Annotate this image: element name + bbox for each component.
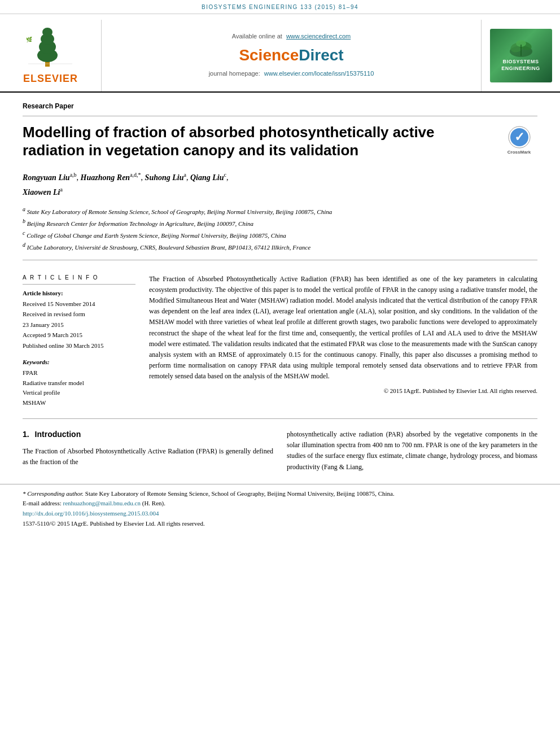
history-accepted: Accepted 9 March 2015	[23, 331, 135, 339]
sciencedirect-url-link[interactable]: www.sciencedirect.com	[286, 33, 351, 40]
biosystems-engineering-badge: Biosystems Engineering	[490, 29, 552, 82]
author-sup-1: a,b	[70, 172, 77, 178]
author-suhong-liu: Suhong Liu	[145, 173, 184, 182]
keyword-fpar: FPAR	[23, 369, 135, 377]
abstract-column: The Fraction of Absorbed Photosynthetica…	[149, 274, 537, 408]
footer-corresponding: * Corresponding author. State Key Labora…	[23, 489, 537, 499]
author-rongyuan-liu: Rongyuan Liu	[23, 173, 70, 182]
footer-email: E-mail address: renhuazhong@mail.bnu.edu…	[23, 499, 537, 509]
journal-url-link[interactable]: www.elsevier.com/locate/issn/15375110	[264, 70, 374, 77]
history-received: Received 15 November 2014	[23, 300, 135, 308]
introduction-section: 1. Introduction The Fraction of Absorbed…	[23, 429, 537, 473]
intro-section-heading: 1. Introduction	[23, 429, 273, 440]
intro-para1: The Fraction of Absorbed Photosynthetica…	[23, 446, 273, 468]
history-revised-date: 23 January 2015	[23, 321, 135, 329]
article-info-column: A R T I C L E I N F O Article history: R…	[23, 274, 135, 408]
journal-header: 🌿 ELSEVIER Available online at www.scien…	[0, 14, 560, 93]
author-sup-4: c	[224, 172, 226, 178]
article-info-header: A R T I C L E I N F O	[23, 274, 135, 285]
author-sup-3: a	[183, 172, 186, 178]
elsevier-brand-text: ELSEVIER	[23, 72, 78, 86]
affiliation-c: c College of Global Change and Earth Sys…	[23, 229, 537, 241]
header-center: Available online at www.sciencedirect.co…	[102, 20, 481, 91]
history-revised-label: Received in revised form	[23, 310, 135, 318]
affiliation-a: a State Key Laboratory of Remote Sensing…	[23, 205, 537, 217]
footer-notes: * Corresponding author. State Key Labora…	[0, 484, 560, 534]
abstract-text: The Fraction of Absorbed Photosynthetica…	[149, 274, 537, 382]
article-content: Research Paper Modelling of fraction of …	[0, 93, 560, 473]
intro-left-col: 1. Introduction The Fraction of Absorbed…	[23, 429, 273, 473]
crossmark-icon: ✓	[508, 126, 531, 148]
article-info-abstract-section: A R T I C L E I N F O Article history: R…	[23, 268, 537, 408]
crossmark-badge: ✓ CrossMark	[501, 126, 537, 155]
keywords-label: Keywords:	[23, 358, 135, 366]
keyword-radiative: Radiative transfer model	[23, 379, 135, 387]
affiliations-section: a State Key Laboratory of Remote Sensing…	[23, 205, 537, 260]
author-sup-2: a,d,*	[130, 172, 141, 178]
affiliation-b: b Beijing Research Center for Informatio…	[23, 217, 537, 229]
author-xiaowen-li: Xiaowen Li	[23, 187, 60, 196]
author-huazhong-ren: Huazhong Ren	[81, 173, 130, 182]
elsevier-tree-icon: 🌿	[23, 24, 79, 69]
crossmark-label: CrossMark	[508, 150, 531, 155]
intro-para2: photosynthetically active radiation (PAR…	[287, 429, 537, 473]
article-title: Modelling of fraction of absorbed photos…	[23, 123, 537, 160]
footer-email-link[interactable]: renhuazhong@mail.bnu.edu.cn	[63, 500, 141, 506]
keyword-vertical: Vertical profile	[23, 388, 135, 397]
article-history-label: Article history:	[23, 289, 135, 298]
elsevier-logo-area: 🌿 ELSEVIER	[0, 20, 102, 91]
header-right-badge-area: Biosystems Engineering	[481, 20, 560, 91]
author-qiang-liu: Qiang Liu	[190, 173, 224, 182]
abstract-copyright: © 2015 IAgrE. Published by Elsevier Ltd.…	[149, 387, 537, 395]
biosystems-badge-icon	[507, 39, 535, 59]
footer-issn: 1537-5110/© 2015 IAgrE. Published by Els…	[23, 519, 537, 529]
keyword-mshaw: MSHAW	[23, 399, 135, 407]
history-published: Published online 30 March 2015	[23, 342, 135, 350]
footer-doi-link[interactable]: http://dx.doi.org/10.1016/j.biosystemsen…	[23, 510, 159, 517]
keywords-section: Keywords: FPAR Radiative transfer model …	[23, 358, 135, 407]
svg-text:🌿: 🌿	[26, 36, 33, 43]
journal-homepage: journal homepage: www.elsevier.com/locat…	[209, 69, 374, 78]
sd-title-part1: Science	[239, 46, 299, 64]
article-type-label: Research Paper	[23, 93, 537, 116]
biosystems-badge-title: Biosystems Engineering	[501, 59, 540, 72]
authors-line: Rongyuan Liua,b, Huazhong Rena,d,*, Suho…	[23, 170, 537, 199]
section-divider	[23, 418, 537, 419]
journal-reference-text: BIOSYSTEMS ENGINEERING 133 (2015) 81–94	[202, 4, 358, 10]
sciencedirect-title: ScienceDirect	[239, 44, 343, 66]
svg-text:✓: ✓	[514, 130, 524, 144]
sd-title-part2: Direct	[299, 46, 343, 64]
affiliation-d: d ICube Laboratory, Université de Strasb…	[23, 241, 537, 252]
journal-reference-bar: BIOSYSTEMS ENGINEERING 133 (2015) 81–94	[0, 0, 560, 14]
svg-point-4	[42, 28, 53, 37]
author-sup-5: a	[60, 186, 63, 193]
footer-doi: http://dx.doi.org/10.1016/j.biosystemsen…	[23, 509, 537, 519]
available-online-label: Available online at www.sciencedirect.co…	[232, 32, 351, 41]
intro-right-col: photosynthetically active radiation (PAR…	[287, 429, 537, 473]
